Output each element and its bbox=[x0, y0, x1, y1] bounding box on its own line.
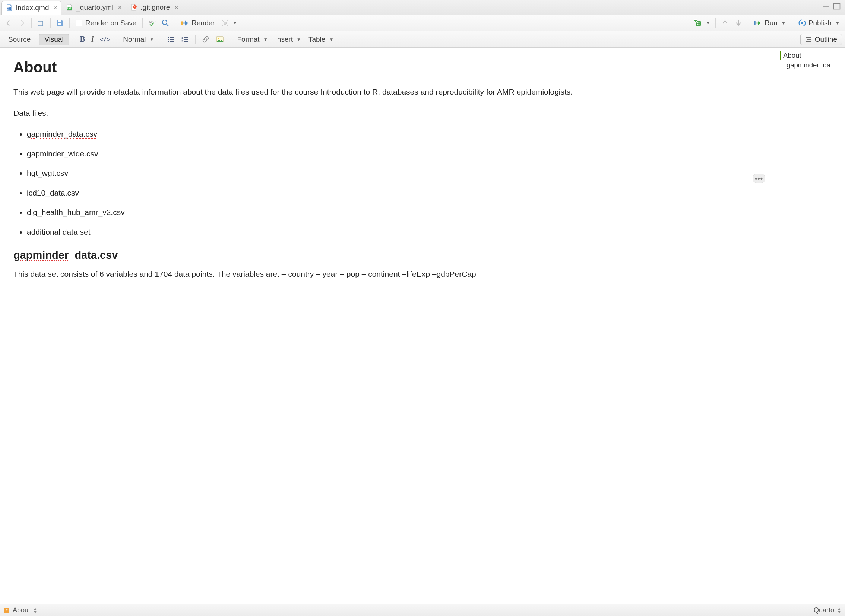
svg-text:C: C bbox=[697, 21, 700, 26]
insert-chunk-button[interactable]: C ▼ bbox=[692, 18, 711, 29]
paragraph-style-label: Normal bbox=[123, 35, 145, 44]
svg-point-20 bbox=[801, 22, 803, 24]
svg-point-22 bbox=[168, 39, 169, 40]
svg-rect-5 bbox=[823, 7, 829, 9]
chevron-down-icon: ▼ bbox=[781, 21, 786, 26]
close-icon[interactable]: × bbox=[54, 4, 58, 12]
svg-point-13 bbox=[224, 22, 226, 24]
git-file-icon bbox=[130, 4, 138, 11]
svg-point-23 bbox=[168, 41, 169, 42]
minimize-pane-icon[interactable] bbox=[823, 3, 831, 12]
data-files-list[interactable]: gapminder_data.csv gapminder_wide.csv hg… bbox=[27, 128, 762, 238]
heading-about[interactable]: About bbox=[13, 59, 762, 76]
editor-pane[interactable]: About This web page will provide metadat… bbox=[0, 48, 776, 604]
list-item[interactable]: dig_health_hub_amr_v2.csv bbox=[27, 206, 762, 219]
bold-button[interactable]: B bbox=[79, 34, 87, 45]
outline-label: Outline bbox=[815, 35, 837, 44]
tab-quarto-yml[interactable]: YML _quarto.yml × bbox=[62, 1, 126, 14]
svg-text:ABC: ABC bbox=[148, 20, 156, 24]
insert-menu[interactable]: Insert ▼ bbox=[273, 34, 303, 45]
checkbox-icon bbox=[76, 20, 82, 26]
tab-index-qmd[interactable]: index.qmd × bbox=[1, 1, 62, 15]
status-bar: # About ▲▼ Quarto ▲▼ bbox=[0, 604, 845, 616]
nav-back-button[interactable] bbox=[3, 18, 14, 29]
list-item[interactable]: gapminder_wide.csv bbox=[27, 148, 762, 160]
run-label: Run bbox=[764, 19, 777, 27]
chevron-down-icon: ▼ bbox=[233, 21, 237, 26]
table-menu[interactable]: Table ▼ bbox=[306, 34, 336, 45]
svg-point-11 bbox=[162, 20, 167, 25]
find-button[interactable] bbox=[160, 18, 171, 29]
render-label: Render bbox=[191, 19, 215, 27]
outline-item-about[interactable]: About bbox=[780, 51, 842, 60]
save-button[interactable] bbox=[54, 18, 66, 29]
svg-text:2: 2 bbox=[181, 40, 183, 43]
paragraph-style-dropdown[interactable]: Normal ▼ bbox=[121, 34, 156, 45]
intro-paragraph[interactable]: This web page will provide metadata info… bbox=[13, 86, 762, 98]
numbered-list-button[interactable]: 12 bbox=[179, 34, 191, 45]
chevron-down-icon: ▼ bbox=[835, 21, 840, 26]
nav-forward-button[interactable] bbox=[16, 18, 28, 29]
tab-label: _quarto.yml bbox=[76, 3, 113, 12]
data-files-label[interactable]: Data files: bbox=[13, 107, 762, 120]
chevron-down-icon: ▼ bbox=[705, 21, 710, 26]
svg-rect-7 bbox=[38, 21, 43, 26]
svg-rect-12 bbox=[181, 21, 183, 25]
image-button[interactable] bbox=[214, 34, 225, 45]
go-to-prev-chunk-button[interactable] bbox=[719, 18, 730, 29]
svg-rect-8 bbox=[59, 20, 62, 22]
publish-button[interactable]: Publish ▼ bbox=[796, 18, 842, 29]
yml-file-icon: YML bbox=[66, 4, 73, 11]
status-format-picker[interactable]: Quarto ▲▼ bbox=[814, 606, 841, 614]
status-format-label: Quarto bbox=[814, 606, 834, 614]
settings-button[interactable]: ▼ bbox=[219, 18, 239, 29]
more-options-chip[interactable]: ••• bbox=[752, 173, 765, 183]
svg-rect-9 bbox=[59, 23, 62, 25]
bulleted-list-button[interactable] bbox=[165, 34, 176, 45]
chevron-down-icon: ▼ bbox=[263, 37, 268, 42]
italic-button[interactable]: I bbox=[90, 34, 96, 45]
show-in-new-window-button[interactable] bbox=[35, 18, 47, 29]
render-on-save-toggle[interactable]: Render on Save bbox=[73, 18, 139, 29]
section-icon: # bbox=[4, 607, 10, 613]
tab-gitignore[interactable]: .gitignore × bbox=[126, 1, 182, 14]
maximize-pane-icon[interactable] bbox=[833, 3, 841, 12]
svg-text:#: # bbox=[6, 608, 8, 613]
list-item[interactable]: hgt_wgt.csv bbox=[27, 167, 762, 179]
close-icon[interactable]: × bbox=[174, 4, 178, 12]
document-outline-pane: About gapminder_da… bbox=[776, 48, 845, 604]
spellcheck-button[interactable]: ABC bbox=[146, 18, 157, 29]
chevron-down-icon: ▼ bbox=[329, 37, 334, 42]
visual-mode-button[interactable]: Visual bbox=[39, 34, 69, 45]
render-on-save-label: Render on Save bbox=[85, 19, 137, 27]
gapminder-description[interactable]: This data set consists of 6 variables an… bbox=[13, 268, 762, 280]
outline-toggle-button[interactable]: Outline bbox=[800, 34, 842, 45]
svg-rect-17 bbox=[754, 21, 755, 25]
format-toolbar: Source Visual B I </> Normal ▼ 12 Format… bbox=[0, 31, 845, 48]
close-icon[interactable]: × bbox=[118, 4, 122, 12]
source-mode-button[interactable]: Source bbox=[3, 34, 36, 45]
go-to-next-chunk-button[interactable] bbox=[733, 18, 744, 29]
link-button[interactable] bbox=[200, 34, 211, 45]
heading-gapminder[interactable]: gapminder_data.csv bbox=[13, 249, 762, 261]
format-menu[interactable]: Format ▼ bbox=[235, 34, 270, 45]
list-item[interactable]: additional data set bbox=[27, 226, 762, 238]
svg-text:1: 1 bbox=[181, 36, 183, 40]
render-button[interactable]: Render bbox=[179, 18, 217, 29]
svg-text:YML: YML bbox=[67, 7, 72, 9]
status-section-picker[interactable]: # About ▲▼ bbox=[4, 606, 37, 614]
chevron-down-icon: ▼ bbox=[297, 37, 301, 42]
outline-item-gapminder[interactable]: gapminder_da… bbox=[780, 61, 842, 69]
tab-bar: index.qmd × YML _quarto.yml × .gitignore… bbox=[0, 0, 845, 15]
format-menu-label: Format bbox=[237, 35, 259, 44]
tab-label: .gitignore bbox=[141, 3, 170, 12]
svg-rect-6 bbox=[834, 4, 840, 9]
sort-icon: ▲▼ bbox=[837, 607, 841, 614]
run-button[interactable]: Run ▼ bbox=[752, 18, 788, 29]
list-item[interactable]: gapminder_data.csv bbox=[27, 128, 762, 141]
code-button[interactable]: </> bbox=[98, 34, 112, 45]
chevron-down-icon: ▼ bbox=[150, 37, 154, 42]
status-section-label: About bbox=[13, 606, 30, 614]
list-item[interactable]: icd10_data.csv bbox=[27, 187, 762, 199]
publish-label: Publish bbox=[808, 19, 832, 27]
